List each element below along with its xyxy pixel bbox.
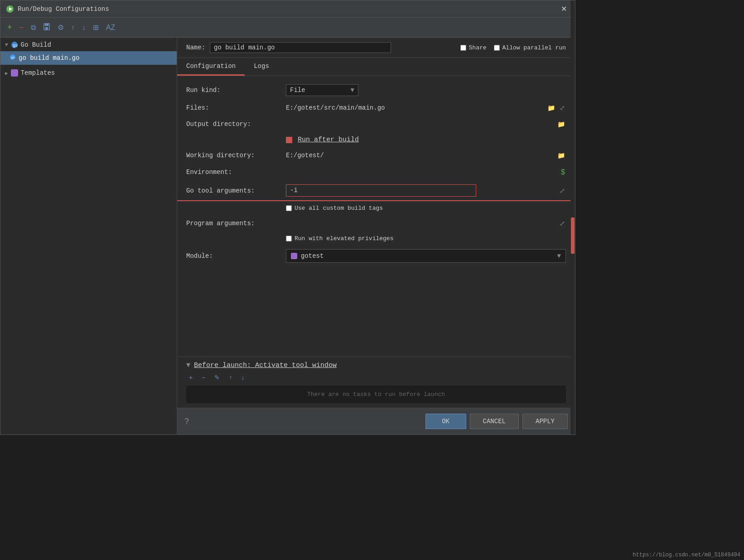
- elevated-label[interactable]: Run with elevated privileges: [286, 235, 393, 242]
- before-launch-chevron: ▼: [186, 362, 190, 369]
- go-tool-args-row: Go tool arguments: ⤢: [177, 181, 575, 201]
- module-dropdown[interactable]: gotest ▼: [286, 249, 566, 263]
- program-args-row: Program arguments: ⤢: [177, 215, 575, 232]
- environment-row: Environment: $: [177, 164, 575, 181]
- before-launch-title: Before launch: Activate tool window: [194, 362, 337, 369]
- go-build-group: ▼ go Go Build go go build main.go: [0, 38, 177, 66]
- run-kind-value: File ▼: [286, 84, 566, 96]
- share-checkbox[interactable]: [460, 45, 466, 51]
- add-button[interactable]: +: [5, 21, 14, 34]
- program-args-actions: ⤢: [559, 219, 566, 228]
- cancel-button[interactable]: CANCEL: [470, 414, 519, 429]
- svg-text:go: go: [11, 56, 14, 59]
- ok-button[interactable]: OK: [425, 414, 466, 429]
- environment-dollar-btn[interactable]: $: [560, 167, 566, 177]
- output-dir-row: Output directory: 📁: [177, 116, 575, 132]
- go-item-icon: go: [10, 54, 16, 62]
- allow-parallel-label[interactable]: Allow parallel run: [494, 44, 566, 51]
- remove-button[interactable]: −: [17, 22, 26, 33]
- tab-logs[interactable]: Logs: [245, 58, 278, 76]
- before-launch-header[interactable]: ▼ Before launch: Activate tool window: [186, 362, 566, 369]
- tabs: Configuration Logs: [177, 58, 575, 76]
- down-button[interactable]: ↓: [80, 22, 88, 33]
- share-checkbox-label[interactable]: Share: [460, 44, 487, 51]
- up-button[interactable]: ↑: [69, 22, 77, 33]
- working-dir-folder-btn[interactable]: 📁: [556, 151, 566, 160]
- templates-icon: [11, 69, 18, 77]
- config-body: Run kind: File ▼ Files: E:/g: [177, 76, 575, 357]
- templates-group: ▶ Templates: [0, 66, 177, 80]
- toolbar: + − ⧉ ⚙ ↑ ↓ ⊞ AZ: [0, 18, 575, 38]
- copy-button[interactable]: ⧉: [29, 22, 38, 33]
- custom-tags-row: Use all custom build tags: [177, 201, 575, 215]
- save-button[interactable]: [41, 22, 53, 34]
- module-label: Module:: [186, 252, 286, 260]
- output-folder-btn[interactable]: 📁: [556, 120, 566, 129]
- bl-remove-btn[interactable]: −: [199, 373, 208, 382]
- output-dir-value: 📁: [286, 120, 566, 129]
- svg-rect-3: [45, 24, 48, 26]
- output-dir-actions: 📁: [556, 120, 566, 129]
- module-dropdown-arrow: ▼: [557, 252, 561, 260]
- before-launch-empty: There are no tasks to run before launch: [186, 386, 566, 403]
- files-actions: 📁 ⤢: [546, 103, 566, 112]
- title-bar-left: Run/Debug Configurations: [6, 5, 109, 13]
- files-label: Files:: [186, 104, 286, 111]
- svg-text:go: go: [13, 43, 18, 48]
- output-dir-label: Output directory:: [186, 121, 286, 128]
- go-tool-args-input[interactable]: [290, 187, 472, 194]
- bl-edit-btn[interactable]: ✎: [212, 373, 222, 382]
- url-bar: https://blog.csdn.net/m0_51849494: [629, 550, 744, 560]
- go-build-group-header[interactable]: ▼ go Go Build: [0, 39, 177, 51]
- sort-button[interactable]: AZ: [104, 22, 117, 33]
- close-button[interactable]: ✕: [558, 4, 570, 14]
- name-input[interactable]: [210, 42, 391, 53]
- go-build-group-label: Go Build: [21, 41, 51, 48]
- scrollbar[interactable]: [570, 38, 575, 434]
- help-button[interactable]: ?: [184, 417, 189, 426]
- title-bar: Run/Debug Configurations ✕: [0, 0, 575, 18]
- go-tool-args-label: Go tool arguments:: [186, 187, 286, 194]
- tab-configuration[interactable]: Configuration: [177, 58, 245, 76]
- apply-button[interactable]: APPLY: [522, 414, 568, 429]
- go-build-group-icon: go: [11, 41, 18, 48]
- expand-chevron: ▼: [5, 42, 8, 48]
- allow-parallel-checkbox[interactable]: [494, 45, 500, 51]
- before-launch-toolbar: + − ✎ ↑ ↓: [186, 373, 566, 382]
- bl-down-btn[interactable]: ↓: [238, 373, 247, 382]
- program-args-label: Program arguments:: [186, 220, 286, 227]
- run-kind-label: Run kind:: [186, 87, 286, 94]
- custom-tags-checkbox[interactable]: [286, 205, 292, 211]
- program-args-value: ⤢: [286, 219, 566, 228]
- templates-group-header[interactable]: ▶ Templates: [0, 67, 177, 79]
- sidebar-item-go-build-main[interactable]: go go build main.go: [0, 51, 177, 65]
- bottom-bar: ? OK CANCEL APPLY: [177, 408, 575, 434]
- settings-button[interactable]: ⚙: [55, 22, 66, 33]
- add-config-button[interactable]: ⊞: [91, 22, 101, 33]
- name-label: Name:: [186, 44, 205, 51]
- dropdown-arrow: ▼: [351, 87, 354, 94]
- svg-rect-4: [45, 27, 48, 29]
- program-args-expand-btn[interactable]: ⤢: [559, 219, 566, 228]
- elevated-checkbox[interactable]: [286, 236, 292, 241]
- files-expand-btn[interactable]: ⤢: [559, 103, 566, 112]
- working-dir-actions: 📁: [556, 151, 566, 160]
- bl-up-btn[interactable]: ↑: [226, 373, 235, 382]
- templates-label: Templates: [21, 69, 55, 77]
- go-tool-actions: ⤢: [559, 186, 566, 195]
- environment-label: Environment:: [186, 169, 286, 176]
- elevated-row: Run with elevated privileges: [177, 232, 575, 246]
- go-tool-expand-btn[interactable]: ⤢: [559, 186, 566, 195]
- run-kind-dropdown[interactable]: File ▼: [286, 84, 358, 96]
- app-icon: [6, 5, 14, 13]
- files-folder-btn[interactable]: 📁: [546, 103, 556, 112]
- sidebar-item-label: go build main.go: [19, 54, 79, 62]
- custom-tags-label[interactable]: Use all custom build tags: [286, 205, 383, 212]
- environment-value: $: [286, 167, 566, 177]
- bl-add-btn[interactable]: +: [186, 373, 195, 382]
- run-kind-row: Run kind: File ▼: [177, 81, 575, 100]
- main-content: ▼ go Go Build go go build main.go: [0, 38, 575, 434]
- dialog-title: Run/Debug Configurations: [18, 5, 109, 13]
- module-icon: [291, 253, 297, 259]
- run-after-build-row: Run after build: [177, 132, 575, 147]
